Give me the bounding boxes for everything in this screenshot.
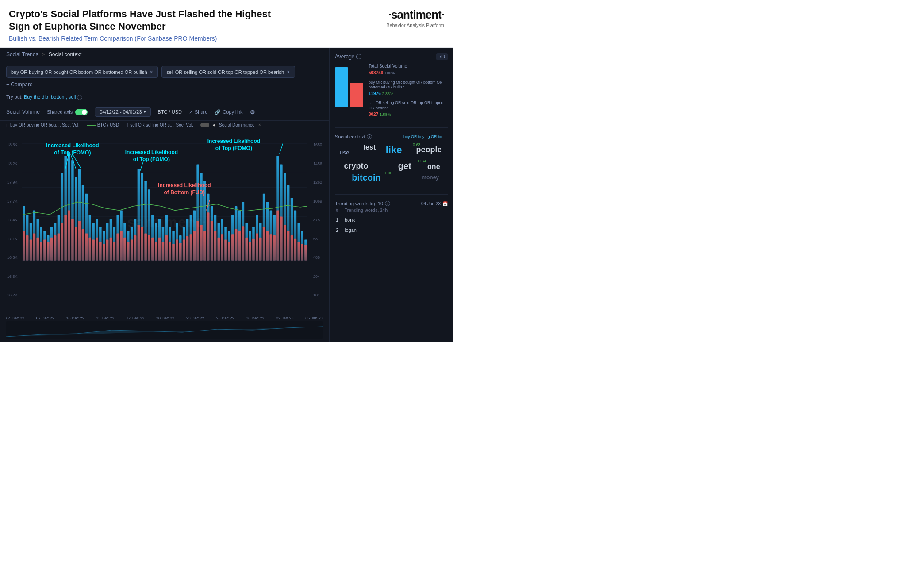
shared-axis-toggle[interactable] [75,109,88,115]
trending-table: # Trending words, 24h 1 bonk 2 logan [335,206,448,235]
average-info-icon[interactable]: i [356,54,361,59]
svg-rect-172 [304,245,307,261]
social-context-info-icon[interactable]: i [367,134,372,139]
svg-rect-104 [68,210,70,260]
x-label-2: 10 Dec 22 [66,316,84,320]
svg-rect-113 [99,242,102,261]
svg-rect-91 [23,231,25,261]
legend-line-icon-2 [87,125,96,126]
svg-rect-158 [256,233,258,260]
svg-rect-126 [144,233,147,260]
svg-rect-146 [214,231,217,261]
search-tag-2[interactable]: sell OR selling OR sold OR top OR topped… [161,66,295,78]
word-bitcoin: bitcoin [352,173,381,183]
svg-line-177 [280,143,283,154]
trending-title: Trending words top 10 i [335,201,390,206]
svg-rect-155 [246,238,248,261]
breadcrumb-parent[interactable]: Social Trends [6,51,38,58]
bar-chart-section: Total Social Volume 508759 100% buy OR b… [335,63,448,121]
svg-rect-147 [218,238,220,261]
svg-rect-95 [37,238,39,261]
svg-rect-120 [123,238,126,261]
search-bar: buy OR buying OR bought OR bottom OR bot… [0,61,329,92]
svg-rect-117 [113,242,116,261]
svg-rect-151 [231,234,234,261]
x-label-9: 02 Jan 23 [276,316,294,320]
trending-date-control[interactable]: 04 Jan 23 📅 [421,201,448,206]
shared-axis-label: Shared axis [47,109,73,115]
word-bitcoin-score: 1.00 [384,171,392,175]
social-volume-label: Social Volume [6,109,40,115]
stat-block-1: buy OR buying OR bought OR bottom OR bot… [369,80,448,97]
svg-rect-92 [26,235,29,261]
svg-rect-127 [148,235,150,261]
bar2-pct: 1.58% [380,112,391,117]
svg-rect-134 [172,244,175,261]
try-out-link[interactable]: Buy the dip, bottom, sell [24,94,76,100]
trending-section: Trending words top 10 i 04 Jan 23 📅 # Tr… [335,201,448,235]
legend-toggle-4[interactable] [200,123,209,127]
x-label-8: 30 Dec 22 [246,316,264,320]
average-period: 7D [436,53,448,60]
tag-1-text: buy OR buying OR bought OR bottom OR bot… [11,69,147,75]
svg-rect-137 [183,240,185,261]
chart-legend: ıl buy OR buying OR bou..., Soc. Vol. BT… [0,121,329,129]
total-pct: 100% [384,71,395,75]
legend-label-2: BTC / USD [97,123,119,127]
svg-rect-135 [176,240,178,261]
copy-link-button[interactable]: 🔗 Copy link [215,109,242,115]
legend-bar-icon-1: ıl [6,123,8,127]
x-label-1: 07 Dec 22 [36,316,54,320]
title-block: Crypto's Social Platforms Have Just Flas… [9,8,274,42]
right-panel: Average i 7D Total Social Volume 508759 … [329,48,453,342]
svg-rect-143 [203,231,206,261]
svg-rect-93 [30,240,32,261]
word-people: people [416,145,442,154]
word-like: like [386,144,402,156]
try-out-bar: Try out: Buy the dip, bottom, sell i [0,92,329,104]
share-button[interactable]: ↗ Share [189,109,207,115]
date-range-picker[interactable]: 04/12/22 - 04/01/23 ▾ [95,107,150,117]
col-num-header: # [335,206,344,215]
divider-1 [335,127,448,128]
y-axis-left: 18.5K18.2K17.9K17.7K17.4K17.1K16.8K16.5K… [7,142,18,297]
main-title: Crypto's Social Platforms Have Just Flas… [9,8,274,32]
tag-1-close-icon[interactable]: × [150,69,154,75]
compare-button[interactable]: + Compare [6,81,33,88]
word-money: money [422,174,439,181]
date-range-value: 04/12/22 - 04/01/23 [100,109,142,115]
svg-rect-141 [196,221,199,261]
trending-table-header-row: # Trending words, 24h [335,206,448,215]
social-context-filter[interactable]: buy OR buying OR boug... [403,135,448,139]
svg-rect-139 [190,234,192,261]
trending-num-1: 2 [335,225,344,235]
tag-2-close-icon[interactable]: × [287,69,290,75]
breadcrumb: Social Trends > Social context [0,48,329,61]
trending-info-icon[interactable]: i [385,201,390,206]
col-words-header: Trending words, 24h [344,206,448,215]
svg-rect-133 [169,242,171,261]
chart-controls: Social Volume Shared axis 04/12/22 - 04/… [0,104,329,121]
svg-rect-116 [110,238,112,261]
copy-label: Copy link [223,109,242,115]
svg-rect-101 [58,233,60,260]
bars-container [335,63,363,107]
bar2-label: sell OR selling OR sold OR top OR topped… [369,100,448,111]
settings-gear-button[interactable]: ⚙ [250,109,255,115]
svg-rect-109 [85,233,88,260]
average-header: Average i 7D [335,53,448,60]
x-label-3: 13 Dec 22 [96,316,114,320]
legend-label-3: sell OR selling OR s..., Soc. Vol. [130,123,193,127]
search-tag-1[interactable]: buy OR buying OR bought OR bottom OR bot… [6,66,158,78]
mini-chart [6,321,323,339]
bar-red [350,83,363,107]
svg-rect-122 [131,240,133,261]
legend-label-1: buy OR buying OR bou..., Soc. Vol. [10,123,80,127]
try-out-info-icon[interactable]: i [77,95,82,100]
asset-selector[interactable]: BTC / USD [158,109,182,115]
svg-rect-167 [287,231,290,261]
svg-rect-114 [103,244,105,261]
word-cloud: use test like 0.63 people crypto get 0.6… [335,139,448,188]
svg-rect-156 [249,242,251,261]
divider-2 [335,194,448,195]
